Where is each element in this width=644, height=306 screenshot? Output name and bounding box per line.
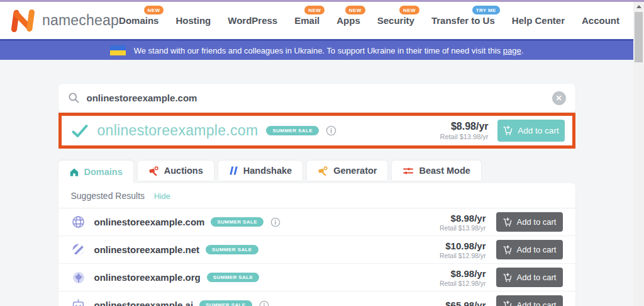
result-tabs: Domains Auctions Handshake Generator Bea… [58,161,575,183]
price-block: $65.98/yr [445,300,486,306]
generator-icon [318,166,328,176]
torch-icon [71,271,86,285]
tab-beast-mode[interactable]: Beast Mode [392,161,480,181]
summer-sale-badge: SUMMER SALE [207,273,260,282]
suggested-results-panel: Suggested Results Hide onlinestoreexampl… [58,183,575,306]
info-icon[interactable] [259,300,269,306]
add-to-cart-button[interactable]: Add to cart [496,212,563,232]
cart-plus-icon [502,217,513,227]
nav-item-apps[interactable]: AppsNEW [336,15,360,26]
featured-domain-name: onlinestoreexample.com [97,122,258,139]
nav-item-help-center[interactable]: Help Center [512,15,565,26]
nav-item-hosting[interactable]: Hosting [175,15,211,26]
nav-item-email[interactable]: EmailNEW [294,15,319,26]
panel-title: Suggested Results [71,191,145,201]
domain-search-card: ✕ [58,84,575,112]
nav-item-transfer[interactable]: Transfer to UsTRY ME [431,15,495,26]
domain-name: onlinestoreexample.ai [94,300,194,306]
nav-item-account[interactable]: Account [582,15,619,26]
domain-name: onlinestoreexample.org [94,272,201,283]
tab-generator[interactable]: Generator [307,161,387,181]
domain-result-row: onlinestoreexample.com SUMMER SALE $8.98… [58,208,575,236]
retail-price: Retail $12.98/yr [440,252,486,259]
namecheap-logo[interactable]: namecheap [9,9,119,33]
panel-header: Suggested Results Hide [58,183,575,208]
nav-item-wordpress[interactable]: WordPress [228,15,277,26]
globe-icon [71,215,86,229]
featured-result-row: onlinestoreexample.com SUMMER SALE $8.98… [58,113,575,149]
summer-sale-badge: SUMMER SALE [211,217,264,227]
nav-item-domains[interactable]: DomainsNEW [119,15,158,26]
cart-plus-icon [502,300,513,306]
domain-name: onlinestoreexample.com [94,217,205,227]
domain-name: onlinestoreexample.net [94,244,200,255]
add-to-cart-button[interactable]: Add to cart [497,120,565,142]
price: $8.98/yr [440,213,486,224]
new-badge: NEW [304,6,325,14]
new-badge: NEW [144,6,164,14]
add-to-cart-button[interactable]: Add to cart [496,295,563,306]
hide-link[interactable]: Hide [154,192,170,201]
logo-text: namecheap [42,12,119,29]
info-icon[interactable] [270,217,280,227]
sliders-icon [402,166,414,176]
price: $8.98/yr [440,268,486,279]
summer-sale-badge: SUMMER SALE [199,300,252,306]
banner-text: We stand with our friends and colleagues… [134,46,524,55]
main-nav: DomainsNEW Hosting WordPress EmailNEW Ap… [119,15,619,26]
retail-price: Retail $13.98/yr [440,133,488,140]
up-arrow-icon [636,5,641,8]
price-block: $8.98/yr Retail $13.98/yr [440,213,486,232]
new-badge: NEW [399,6,419,14]
gavel-icon [148,166,159,176]
summer-sale-badge: SUMMER SALE [206,245,258,254]
search-icon [68,92,80,104]
namecheap-logo-icon [9,9,36,33]
ukraine-banner: We stand with our friends and colleagues… [0,39,633,60]
striped-circle-icon [71,242,86,257]
available-check-icon [72,124,88,138]
vertical-scrollbar[interactable] [633,2,644,306]
tab-auctions[interactable]: Auctions [138,161,214,181]
domain-search-input[interactable] [87,93,552,103]
cart-plus-icon [502,125,513,136]
cart-plus-icon [502,245,513,255]
info-icon[interactable] [326,125,336,136]
try-me-badge: TRY ME [472,6,500,14]
main-header: namecheap DomainsNEW Hosting WordPress E… [0,2,633,39]
price-block: $10.98/yr Retail $12.98/yr [440,241,486,259]
house-icon [69,167,79,177]
cart-plus-icon [502,273,513,283]
price: $10.98/yr [440,241,486,251]
domain-result-row: onlinestoreexample.ai SUMMER SALE $65.98… [58,292,575,306]
retail-price: Retail $12.98/yr [440,280,486,287]
ukraine-flag-icon [110,45,126,55]
featured-price-block: $8.98/yr Retail $13.98/yr [440,121,488,140]
nav-item-security[interactable]: SecurityNEW [377,15,414,26]
retail-price: Retail $13.98/yr [440,224,486,232]
handshake-icon [229,166,238,176]
new-badge: NEW [345,6,365,14]
domain-result-row: onlinestoreexample.org SUMMER SALE $8.98… [58,264,575,292]
summer-sale-badge: SUMMER SALE [266,126,319,135]
price: $65.98/yr [445,300,486,306]
scrollbar-thumb[interactable] [635,12,643,62]
scroll-up-button[interactable] [633,2,644,11]
robot-icon [71,298,86,306]
add-to-cart-button[interactable]: Add to cart [496,268,563,287]
tab-domains[interactable]: Domains [58,161,133,183]
domain-result-row: onlinestoreexample.net SUMMER SALE $10.9… [58,236,575,264]
tab-handshake[interactable]: Handshake [218,161,303,181]
price-block: $8.98/yr Retail $12.98/yr [440,268,486,287]
price: $8.98/yr [440,121,488,132]
banner-page-link[interactable]: page [503,46,521,55]
clear-search-button[interactable]: ✕ [552,91,566,105]
add-to-cart-button[interactable]: Add to cart [496,240,563,259]
